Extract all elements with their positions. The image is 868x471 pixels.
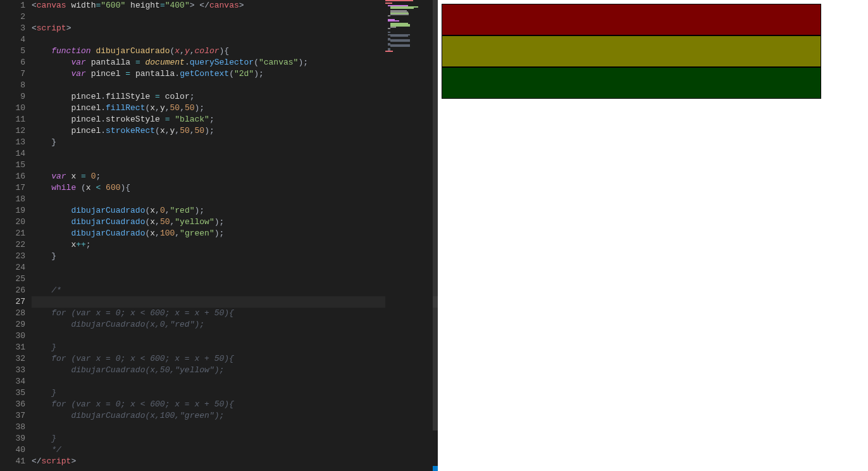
line-number: 3 xyxy=(0,23,25,34)
line-number: 10 xyxy=(0,103,25,114)
code-line[interactable] xyxy=(32,11,438,23)
code-line[interactable]: } xyxy=(32,251,438,262)
code-line[interactable]: dibujarCuadrado(x,0,"red"); xyxy=(32,319,438,330)
code-line[interactable]: } xyxy=(32,137,438,148)
code-line[interactable]: for (var x = 0; x < 600; x = x + 50){ xyxy=(32,353,438,365)
line-number: 38 xyxy=(0,422,25,433)
line-number: 23 xyxy=(0,251,25,262)
line-number: 22 xyxy=(0,239,25,251)
line-number: 14 xyxy=(0,148,25,160)
code-line[interactable]: var pincel = pantalla.getContext("2d"); xyxy=(32,68,438,80)
code-line[interactable]: for (var x = 0; x < 600; x = x + 50){ xyxy=(32,308,438,319)
line-number: 13 xyxy=(0,137,25,148)
code-editor-pane[interactable]: 1234567891011121314151617181920212223242… xyxy=(0,0,438,471)
line-number: 12 xyxy=(0,125,25,137)
code-line[interactable]: function dibujarCuadrado(x,y,color){ xyxy=(32,46,438,57)
vertical-scrollbar[interactable] xyxy=(433,0,438,471)
line-number: 25 xyxy=(0,273,25,285)
line-number: 28 xyxy=(0,308,25,319)
line-number: 30 xyxy=(0,330,25,342)
code-line[interactable]: x++; xyxy=(32,239,438,251)
code-line[interactable]: pincel.fillRect(x,y,50,50); xyxy=(32,103,438,114)
line-number: 17 xyxy=(0,182,25,194)
code-line[interactable]: var x = 0; xyxy=(32,171,438,182)
code-line[interactable] xyxy=(32,330,438,342)
line-number: 15 xyxy=(0,160,25,171)
code-line[interactable]: </script> xyxy=(32,456,438,467)
line-number: 34 xyxy=(0,376,25,387)
line-number: 19 xyxy=(0,205,25,217)
line-number: 31 xyxy=(0,342,25,353)
code-line[interactable] xyxy=(32,273,438,285)
canvas-output xyxy=(442,4,821,257)
code-line[interactable] xyxy=(32,376,438,387)
code-line[interactable]: <script> xyxy=(32,23,438,34)
code-line[interactable]: dibujarCuadrado(x,100,"green"); xyxy=(32,410,438,422)
minimap[interactable] xyxy=(385,0,433,471)
line-number: 7 xyxy=(0,68,25,80)
browser-preview-pane xyxy=(438,0,868,471)
code-line[interactable] xyxy=(32,422,438,433)
canvas-stripe-green xyxy=(442,67,821,99)
line-number: 24 xyxy=(0,262,25,273)
code-line[interactable]: pincel.fillStyle = color; xyxy=(32,91,438,103)
line-number: 33 xyxy=(0,365,25,376)
line-number: 37 xyxy=(0,410,25,422)
code-line[interactable]: dibujarCuadrado(x,0,"red"); xyxy=(32,205,438,217)
code-line[interactable]: var pantalla = document.querySelector("c… xyxy=(32,57,438,68)
code-line[interactable]: dibujarCuadrado(x,50,"yellow"); xyxy=(32,365,438,376)
line-number: 36 xyxy=(0,399,25,410)
scrollbar-thumb[interactable] xyxy=(433,0,438,430)
code-line[interactable] xyxy=(32,160,438,171)
line-number: 5 xyxy=(0,46,25,57)
line-number: 2 xyxy=(0,11,25,23)
line-number: 6 xyxy=(0,57,25,68)
code-line[interactable]: } xyxy=(32,342,438,353)
line-number: 9 xyxy=(0,91,25,103)
code-line[interactable]: pincel.strokeStyle = "black"; xyxy=(32,114,438,125)
line-number: 27 xyxy=(0,296,25,308)
code-line[interactable] xyxy=(32,34,438,46)
code-line[interactable]: while (x < 600){ xyxy=(32,182,438,194)
code-line[interactable]: dibujarCuadrado(x,100,"green"); xyxy=(32,228,438,239)
line-number: 20 xyxy=(0,217,25,228)
line-number: 39 xyxy=(0,433,25,444)
line-number: 16 xyxy=(0,171,25,182)
code-line[interactable]: <canvas width="600" height="400"> </canv… xyxy=(32,0,438,11)
line-number: 26 xyxy=(0,285,25,296)
line-number: 29 xyxy=(0,319,25,330)
code-line[interactable] xyxy=(32,262,438,273)
code-line[interactable] xyxy=(32,194,438,205)
code-line[interactable]: */ xyxy=(32,444,438,456)
line-number: 21 xyxy=(0,228,25,239)
line-number: 35 xyxy=(0,387,25,399)
code-line[interactable] xyxy=(32,148,438,160)
code-line[interactable]: } xyxy=(32,433,438,444)
code-line[interactable] xyxy=(32,296,438,308)
code-line[interactable] xyxy=(32,80,438,91)
code-line[interactable]: } xyxy=(32,387,438,399)
line-number: 40 xyxy=(0,444,25,456)
canvas-stripe-red xyxy=(442,4,821,35)
scrollbar-corner xyxy=(433,466,438,471)
code-line[interactable]: /* xyxy=(32,285,438,296)
code-line[interactable]: for (var x = 0; x < 600; x = x + 50){ xyxy=(32,399,438,410)
canvas-stripe-yellow xyxy=(442,35,821,67)
code-line[interactable]: dibujarCuadrado(x,50,"yellow"); xyxy=(32,217,438,228)
line-number: 11 xyxy=(0,114,25,125)
code-line[interactable]: pincel.strokeRect(x,y,50,50); xyxy=(32,125,438,137)
line-number: 41 xyxy=(0,456,25,467)
line-number: 32 xyxy=(0,353,25,365)
line-number: 8 xyxy=(0,80,25,91)
line-number: 1 xyxy=(0,0,25,11)
line-number: 4 xyxy=(0,34,25,46)
line-number-gutter: 1234567891011121314151617181920212223242… xyxy=(0,0,32,471)
code-content[interactable]: <canvas width="600" height="400"> </canv… xyxy=(32,0,438,471)
line-number: 18 xyxy=(0,194,25,205)
